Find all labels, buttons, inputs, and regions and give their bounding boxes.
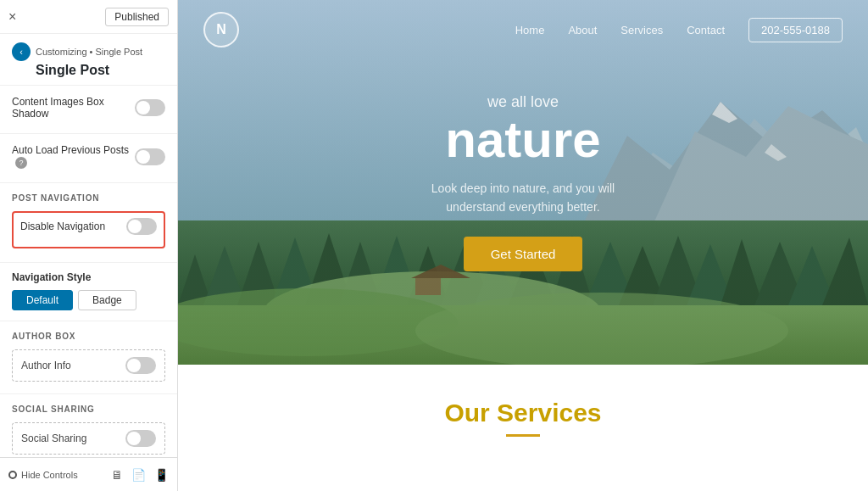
logo: N [203,12,239,47]
hero-title: nature [431,114,615,165]
social-sharing-section-label: SOCIAL SHARING [12,405,165,414]
content-images-section: Content Images Box Shadow [0,86,177,134]
nav-contact[interactable]: Contact [687,24,725,36]
mobile-view-icon[interactable]: 📱 [154,468,169,482]
content-images-toggle[interactable] [135,99,165,116]
hero-tagline: we all love [431,93,615,111]
hide-controls-icon [8,471,17,479]
author-info-control: Author Info [12,349,165,382]
preview-nav: N Home About Services Contact 202-555-01… [178,0,868,59]
logo-circle: N [203,12,239,47]
bottom-bar: Hide Controls 🖥 📄 📱 [0,457,177,491]
services-title: Our Services [203,399,843,427]
hide-controls-button[interactable]: Hide Controls [8,470,78,480]
page-title: Single Post [12,63,165,78]
content-images-toggle-row: Content Images Box Shadow [12,96,165,120]
navigation-style-buttons: Default Badge [12,290,165,310]
navigation-style-label: Navigation Style [12,271,165,283]
disable-navigation-toggle[interactable] [126,218,157,235]
content-images-label: Content Images Box Shadow [12,96,135,120]
nav-links: Home About Services Contact 202-555-0188 [515,18,843,42]
author-box-section-label: AUTHOR BOX [12,332,165,341]
auto-load-toggle-row: Auto Load Previous Posts ? [12,144,165,169]
nav-about[interactable]: About [568,24,597,36]
post-navigation-section: POST NAVIGATION Disable Navigation [0,183,177,263]
published-button[interactable]: Published [105,8,169,26]
nav-services[interactable]: Services [620,24,663,36]
hide-controls-label: Hide Controls [21,470,78,480]
auto-load-section: Auto Load Previous Posts ? [0,134,177,183]
back-button[interactable]: ‹ [12,42,31,61]
auto-load-label: Auto Load Previous Posts ? [12,144,135,169]
hero-subtitle: Look deep into nature, and you willunder… [431,179,615,217]
top-bar: × Published [0,0,177,34]
post-navigation-section-label: POST NAVIGATION [12,193,165,203]
breadcrumb-path: Customizing • Single Post [36,47,142,57]
services-divider [506,434,540,437]
hero-section: N Home About Services Contact 202-555-01… [178,0,868,365]
hero-content: we all love nature Look deep into nature… [431,93,615,272]
author-info-toggle[interactable] [125,357,156,374]
customizer-panel: × Published ‹ Customizing • Single Post … [0,0,178,491]
help-icon[interactable]: ? [15,157,27,169]
author-info-label: Author Info [21,360,71,371]
disable-navigation-row: Disable Navigation [20,218,157,235]
social-sharing-label: Social Sharing [21,432,86,444]
desktop-view-icon[interactable]: 🖥 [111,468,123,482]
breadcrumb-area: ‹ Customizing • Single Post Single Post [0,34,177,86]
tablet-view-icon[interactable]: 📄 [131,468,146,482]
logo-letter: N [216,22,226,37]
services-section: Our Services [178,365,868,454]
navigation-style-section: Navigation Style Default Badge [0,263,177,321]
panel-content: Content Images Box Shadow Auto Load Prev… [0,86,177,457]
disable-navigation-label: Disable Navigation [20,220,105,232]
author-box-section: AUTHOR BOX Author Info [0,321,177,394]
social-sharing-toggle[interactable] [125,430,156,447]
close-button[interactable]: × [8,9,16,25]
social-sharing-section: SOCIAL SHARING Social Sharing [0,394,177,457]
phone-button[interactable]: 202-555-0188 [748,18,843,42]
social-sharing-control: Social Sharing [12,422,165,455]
cta-button[interactable]: Get Started [464,237,583,271]
auto-load-toggle[interactable] [135,148,165,165]
disable-navigation-highlight: Disable Navigation [12,211,165,248]
nav-style-badge-button[interactable]: Badge [78,290,136,310]
nav-style-default-button[interactable]: Default [12,290,73,310]
preview-panel: N Home About Services Contact 202-555-01… [178,0,868,491]
nav-home[interactable]: Home [515,24,545,36]
